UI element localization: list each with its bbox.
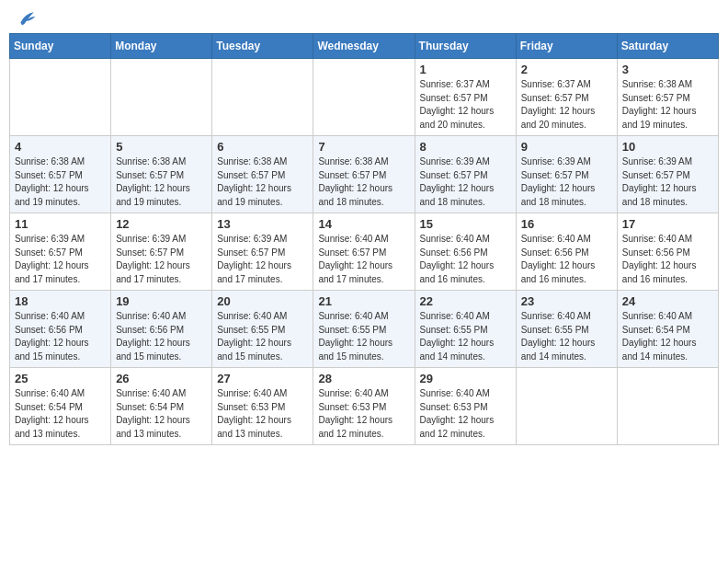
cell-content: Sunrise: 6:40 AM Sunset: 6:53 PM Dayligh…	[217, 387, 308, 441]
cell-content: Sunrise: 6:38 AM Sunset: 6:57 PM Dayligh…	[622, 78, 713, 132]
calendar-cell: 4Sunrise: 6:38 AM Sunset: 6:57 PM Daylig…	[10, 136, 111, 213]
calendar-table: SundayMondayTuesdayWednesdayThursdayFrid…	[9, 33, 719, 445]
cell-content: Sunrise: 6:40 AM Sunset: 6:55 PM Dayligh…	[420, 310, 511, 363]
calendar-cell: 28Sunrise: 6:40 AM Sunset: 6:53 PM Dayli…	[313, 368, 415, 445]
calendar-cell: 29Sunrise: 6:40 AM Sunset: 6:53 PM Dayli…	[415, 368, 516, 445]
cell-content: Sunrise: 6:39 AM Sunset: 6:57 PM Dayligh…	[420, 155, 511, 209]
calendar-cell: 6Sunrise: 6:38 AM Sunset: 6:57 PM Daylig…	[212, 136, 313, 213]
cell-content: Sunrise: 6:39 AM Sunset: 6:57 PM Dayligh…	[116, 233, 207, 286]
calendar-cell: 2Sunrise: 6:37 AM Sunset: 6:57 PM Daylig…	[516, 59, 617, 136]
calendar-cell: 21Sunrise: 6:40 AM Sunset: 6:55 PM Dayli…	[313, 291, 415, 368]
day-number: 15	[420, 217, 511, 231]
calendar-cell: 26Sunrise: 6:40 AM Sunset: 6:54 PM Dayli…	[111, 368, 212, 445]
calendar-cell	[10, 59, 111, 136]
calendar-cell: 20Sunrise: 6:40 AM Sunset: 6:55 PM Dayli…	[212, 291, 313, 368]
calendar-cell: 25Sunrise: 6:40 AM Sunset: 6:54 PM Dayli…	[10, 368, 111, 445]
calendar-cell: 17Sunrise: 6:40 AM Sunset: 6:56 PM Dayli…	[617, 213, 718, 291]
cell-content: Sunrise: 6:40 AM Sunset: 6:56 PM Dayligh…	[420, 233, 511, 286]
calendar-cell: 23Sunrise: 6:40 AM Sunset: 6:55 PM Dayli…	[516, 291, 617, 368]
calendar-cell	[111, 59, 212, 136]
calendar-cell: 9Sunrise: 6:39 AM Sunset: 6:57 PM Daylig…	[516, 136, 617, 213]
cell-content: Sunrise: 6:40 AM Sunset: 6:55 PM Dayligh…	[318, 310, 409, 363]
cell-content: Sunrise: 6:39 AM Sunset: 6:57 PM Dayligh…	[217, 233, 308, 286]
day-header-saturday: Saturday	[617, 34, 718, 59]
day-number: 14	[318, 217, 409, 231]
logo-bird-icon	[15, 9, 37, 31]
day-number: 24	[622, 294, 713, 308]
day-number: 29	[420, 372, 511, 385]
day-header-tuesday: Tuesday	[212, 34, 313, 59]
day-number: 16	[521, 217, 612, 231]
cell-content: Sunrise: 6:38 AM Sunset: 6:57 PM Dayligh…	[15, 155, 106, 209]
day-number: 3	[622, 63, 713, 76]
day-header-friday: Friday	[516, 34, 617, 59]
calendar-cell: 11Sunrise: 6:39 AM Sunset: 6:57 PM Dayli…	[10, 213, 111, 291]
cell-content: Sunrise: 6:40 AM Sunset: 6:53 PM Dayligh…	[420, 387, 511, 441]
cell-content: Sunrise: 6:39 AM Sunset: 6:57 PM Dayligh…	[622, 155, 713, 209]
day-header-sunday: Sunday	[10, 34, 111, 59]
day-number: 21	[318, 294, 409, 308]
cell-content: Sunrise: 6:37 AM Sunset: 6:57 PM Dayligh…	[521, 78, 612, 132]
calendar-cell: 8Sunrise: 6:39 AM Sunset: 6:57 PM Daylig…	[415, 136, 516, 213]
cell-content: Sunrise: 6:40 AM Sunset: 6:57 PM Dayligh…	[318, 233, 409, 286]
day-number: 28	[318, 372, 409, 385]
day-number: 19	[116, 294, 207, 308]
day-number: 22	[420, 294, 511, 308]
calendar-cell	[516, 368, 617, 445]
day-number: 9	[521, 140, 612, 154]
day-number: 20	[217, 294, 308, 308]
day-number: 17	[622, 217, 713, 231]
calendar-cell: 3Sunrise: 6:38 AM Sunset: 6:57 PM Daylig…	[617, 59, 718, 136]
cell-content: Sunrise: 6:40 AM Sunset: 6:56 PM Dayligh…	[116, 310, 207, 363]
calendar-week-row: 11Sunrise: 6:39 AM Sunset: 6:57 PM Dayli…	[10, 213, 719, 291]
cell-content: Sunrise: 6:39 AM Sunset: 6:57 PM Dayligh…	[521, 155, 612, 209]
calendar-cell: 15Sunrise: 6:40 AM Sunset: 6:56 PM Dayli…	[415, 213, 516, 291]
logo	[13, 15, 37, 28]
calendar-cell	[212, 59, 313, 136]
calendar-cell: 13Sunrise: 6:39 AM Sunset: 6:57 PM Dayli…	[212, 213, 313, 291]
calendar-cell	[617, 368, 718, 445]
day-number: 2	[521, 63, 612, 76]
day-header-wednesday: Wednesday	[313, 34, 415, 59]
cell-content: Sunrise: 6:40 AM Sunset: 6:56 PM Dayligh…	[15, 310, 106, 363]
day-number: 8	[420, 140, 511, 154]
cell-content: Sunrise: 6:40 AM Sunset: 6:54 PM Dayligh…	[15, 387, 106, 441]
cell-content: Sunrise: 6:38 AM Sunset: 6:57 PM Dayligh…	[116, 155, 207, 209]
calendar-week-row: 1Sunrise: 6:37 AM Sunset: 6:57 PM Daylig…	[10, 59, 719, 136]
header	[9, 9, 719, 29]
day-number: 10	[622, 140, 713, 154]
cell-content: Sunrise: 6:40 AM Sunset: 6:56 PM Dayligh…	[521, 233, 612, 286]
calendar-week-row: 18Sunrise: 6:40 AM Sunset: 6:56 PM Dayli…	[10, 291, 719, 368]
cell-content: Sunrise: 6:40 AM Sunset: 6:53 PM Dayligh…	[318, 387, 409, 441]
day-number: 27	[217, 372, 308, 385]
cell-content: Sunrise: 6:40 AM Sunset: 6:54 PM Dayligh…	[116, 387, 207, 441]
day-number: 13	[217, 217, 308, 231]
calendar-cell: 27Sunrise: 6:40 AM Sunset: 6:53 PM Dayli…	[212, 368, 313, 445]
calendar-cell	[313, 59, 415, 136]
day-header-monday: Monday	[111, 34, 212, 59]
day-number: 4	[15, 140, 106, 154]
calendar-cell: 24Sunrise: 6:40 AM Sunset: 6:54 PM Dayli…	[617, 291, 718, 368]
calendar-cell: 10Sunrise: 6:39 AM Sunset: 6:57 PM Dayli…	[617, 136, 718, 213]
cell-content: Sunrise: 6:40 AM Sunset: 6:55 PM Dayligh…	[217, 310, 308, 363]
calendar-week-row: 4Sunrise: 6:38 AM Sunset: 6:57 PM Daylig…	[10, 136, 719, 213]
day-number: 1	[420, 63, 511, 76]
day-number: 25	[15, 372, 106, 385]
calendar-cell: 7Sunrise: 6:38 AM Sunset: 6:57 PM Daylig…	[313, 136, 415, 213]
calendar-cell: 19Sunrise: 6:40 AM Sunset: 6:56 PM Dayli…	[111, 291, 212, 368]
day-number: 26	[116, 372, 207, 385]
calendar-cell: 1Sunrise: 6:37 AM Sunset: 6:57 PM Daylig…	[415, 59, 516, 136]
day-number: 7	[318, 140, 409, 154]
calendar-cell: 18Sunrise: 6:40 AM Sunset: 6:56 PM Dayli…	[10, 291, 111, 368]
cell-content: Sunrise: 6:38 AM Sunset: 6:57 PM Dayligh…	[217, 155, 308, 209]
calendar-cell: 16Sunrise: 6:40 AM Sunset: 6:56 PM Dayli…	[516, 213, 617, 291]
calendar-week-row: 25Sunrise: 6:40 AM Sunset: 6:54 PM Dayli…	[10, 368, 719, 445]
day-number: 6	[217, 140, 308, 154]
cell-content: Sunrise: 6:37 AM Sunset: 6:57 PM Dayligh…	[420, 78, 511, 132]
day-number: 5	[116, 140, 207, 154]
calendar-header-row: SundayMondayTuesdayWednesdayThursdayFrid…	[10, 34, 719, 59]
calendar-cell: 12Sunrise: 6:39 AM Sunset: 6:57 PM Dayli…	[111, 213, 212, 291]
cell-content: Sunrise: 6:38 AM Sunset: 6:57 PM Dayligh…	[318, 155, 409, 209]
cell-content: Sunrise: 6:39 AM Sunset: 6:57 PM Dayligh…	[15, 233, 106, 286]
cell-content: Sunrise: 6:40 AM Sunset: 6:54 PM Dayligh…	[622, 310, 713, 363]
